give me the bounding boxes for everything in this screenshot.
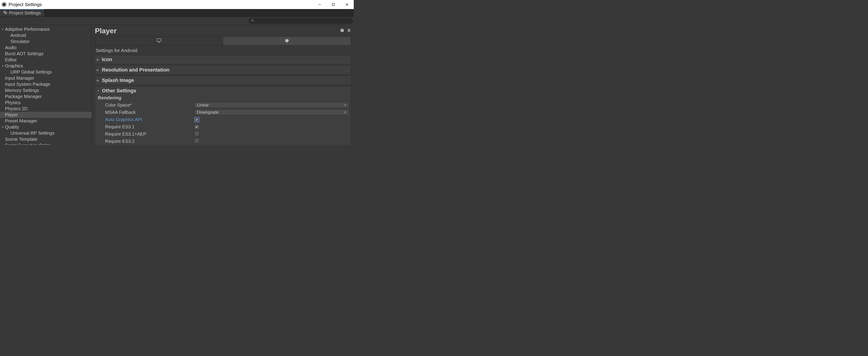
sidebar-item-label: Audio	[5, 45, 17, 50]
foldout-other-settings[interactable]: ▼Other Settings Rendering Color Space* L…	[95, 86, 351, 145]
foldout-splash[interactable]: ▶Splash Image	[95, 76, 351, 85]
close-button[interactable]	[340, 0, 354, 9]
sidebar-item-urp-global-settings[interactable]: URP Global Settings	[0, 69, 92, 75]
search-input[interactable]	[249, 18, 353, 24]
settings-sidebar: ▼Adaptive PerformanceAndroidSimulatorAud…	[0, 25, 92, 145]
window-title: Project Settings	[9, 2, 42, 7]
sidebar-item-label: Graphics	[5, 63, 23, 69]
foldout-resolution[interactable]: ▶Resolution and Presentation	[95, 65, 351, 74]
window-titlebar: Project Settings	[0, 0, 354, 9]
sidebar-item-label: Memory Settings	[5, 88, 39, 93]
chevron-down-icon: ▼	[1, 126, 5, 129]
chevron-right-icon: ▶	[97, 79, 100, 82]
label-auto-graphics-api: Auto Graphics API	[97, 117, 194, 122]
preset-icon[interactable]	[347, 28, 351, 33]
sidebar-item-label: Android	[10, 33, 26, 38]
sidebar-item-label: Editor	[5, 57, 17, 62]
platform-tab-standalone[interactable]	[95, 37, 223, 45]
svg-rect-3	[332, 3, 335, 6]
sidebar-item-label: Adaptive Performance	[5, 27, 50, 32]
sidebar-item-label: Preset Manager	[5, 118, 37, 124]
dropdown-value: Linear	[197, 102, 209, 107]
sidebar-item-label: Input System Package	[5, 82, 50, 87]
dropdown-msaa-fallback[interactable]: Downgrade ▼	[194, 109, 349, 115]
sidebar-item-label: Physics	[5, 100, 21, 105]
sidebar-item-input-system-package[interactable]: Input System Package	[0, 81, 92, 87]
chevron-down-icon: ▼	[344, 111, 346, 114]
android-icon	[284, 38, 289, 44]
sidebar-item-label: Simulator	[10, 39, 29, 44]
sidebar-item-physics[interactable]: Physics	[0, 100, 92, 106]
dropdown-value: Downgrade	[197, 110, 219, 115]
platform-tabs	[95, 36, 351, 45]
chevron-down-icon: ▼	[344, 104, 346, 106]
foldout-label: Other Settings	[102, 88, 136, 94]
chevron-down-icon: ▼	[1, 65, 5, 68]
page-title: Player	[95, 27, 117, 35]
sidebar-item-quality[interactable]: ▼Quality	[0, 124, 92, 130]
sidebar-item-graphics[interactable]: ▼Graphics	[0, 63, 92, 69]
search-bar	[0, 17, 354, 25]
sidebar-item-label: Input Manager	[5, 75, 34, 81]
checkbox-auto-graphics-api[interactable]: ✔	[194, 117, 199, 122]
dropdown-color-space[interactable]: Linear ▼	[194, 102, 349, 108]
platform-subtitle: Settings for Android	[96, 48, 351, 53]
label-color-space: Color Space*	[97, 102, 194, 108]
tab-label: Project Settings	[9, 10, 41, 15]
platform-tab-android[interactable]	[223, 37, 351, 45]
sidebar-item-label: Script Execution Order	[5, 143, 51, 145]
window-controls	[313, 0, 354, 9]
sidebar-item-script-execution-order[interactable]: Script Execution Order	[0, 142, 92, 145]
sidebar-item-label: Universal RP Settings	[10, 131, 54, 136]
sidebar-item-simulator[interactable]: Simulator	[0, 38, 92, 44]
sidebar-item-universal-rp-settings[interactable]: Universal RP Settings	[0, 130, 92, 136]
svg-point-6	[252, 19, 253, 21]
svg-line-7	[253, 21, 254, 22]
svg-text:?: ?	[341, 29, 343, 32]
label-require-es31aep: Require ES3.1+AEP	[97, 131, 194, 137]
checkbox-require-es31aep[interactable]	[194, 131, 199, 136]
sidebar-item-adaptive-performance[interactable]: ▼Adaptive Performance	[0, 26, 92, 32]
foldout-label: Resolution and Presentation	[102, 67, 169, 73]
checkbox-require-es32[interactable]	[194, 138, 199, 143]
chevron-down-icon: ▼	[97, 89, 100, 92]
sidebar-item-label: Quality	[5, 125, 19, 130]
sidebar-item-label: Package Manager	[5, 94, 42, 99]
unity-logo-icon	[1, 2, 7, 7]
help-icon[interactable]: ?	[340, 28, 344, 33]
monitor-icon	[156, 38, 162, 44]
sidebar-item-input-manager[interactable]: Input Manager	[0, 75, 92, 81]
label-require-es32: Require ES3.2	[97, 139, 194, 144]
svg-point-13	[348, 29, 349, 30]
sidebar-item-label: Burst AOT Settings	[5, 51, 43, 56]
chevron-right-icon: ▶	[97, 58, 100, 61]
maximize-button[interactable]	[327, 0, 340, 9]
sidebar-item-android[interactable]: Android	[0, 32, 92, 38]
chevron-down-icon: ▼	[1, 28, 5, 31]
label-msaa-fallback: MSAA Fallback	[97, 110, 194, 115]
sidebar-item-audio[interactable]: Audio	[0, 44, 92, 51]
sidebar-item-package-manager[interactable]: Package Manager	[0, 94, 92, 100]
sidebar-item-player[interactable]: Player	[0, 112, 92, 118]
sidebar-item-label: Player	[5, 112, 18, 118]
foldout-label: Splash Image	[102, 77, 134, 83]
gear-icon	[3, 10, 7, 15]
foldout-icon[interactable]: ▶Icon	[95, 55, 351, 64]
svg-point-14	[349, 30, 350, 31]
sidebar-item-burst-aot-settings[interactable]: Burst AOT Settings	[0, 51, 92, 57]
sidebar-item-physics-2d[interactable]: Physics 2D	[0, 106, 92, 112]
settings-content: Player ? Settings	[92, 25, 354, 145]
checkbox-require-es31[interactable]: ✔	[194, 125, 199, 129]
sidebar-item-preset-manager[interactable]: Preset Manager	[0, 118, 92, 124]
sidebar-item-scene-template[interactable]: Scene Template	[0, 136, 92, 142]
minimize-button[interactable]	[313, 0, 327, 9]
svg-rect-16	[157, 39, 161, 41]
section-rendering: Rendering	[98, 95, 349, 100]
label-require-es31: Require ES3.1	[97, 124, 194, 129]
sidebar-item-label: Scene Template	[5, 137, 37, 142]
tab-project-settings[interactable]: Project Settings	[0, 9, 44, 17]
sidebar-item-memory-settings[interactable]: Memory Settings	[0, 87, 92, 94]
sidebar-item-editor[interactable]: Editor	[0, 57, 92, 63]
foldout-label: Icon	[102, 57, 112, 62]
svg-marker-1	[3, 3, 5, 6]
